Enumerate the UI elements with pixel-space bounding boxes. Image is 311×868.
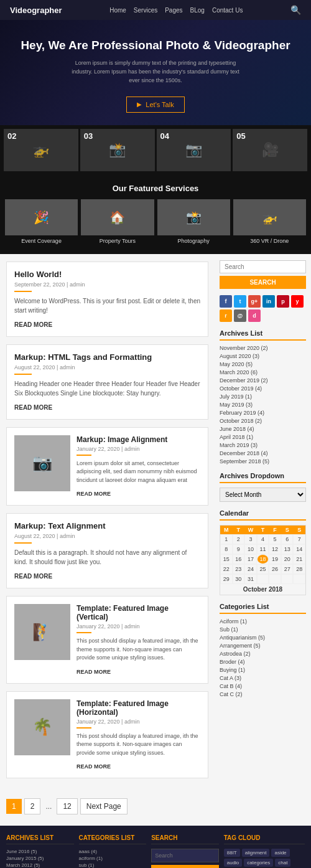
archives-dropdown-select[interactable]: Select Month bbox=[220, 488, 306, 502]
calendar-day-cell[interactable]: 27 bbox=[281, 564, 294, 574]
calendar-day-cell[interactable]: 21 bbox=[293, 554, 305, 564]
archive-item[interactable]: May 2020 (5) bbox=[220, 361, 306, 367]
page-last-button[interactable]: 12 bbox=[57, 798, 77, 814]
tag-item[interactable]: aside bbox=[271, 849, 289, 857]
read-more-link[interactable]: READ MORE bbox=[14, 404, 52, 411]
portfolio-item[interactable]: 04 📷 bbox=[157, 129, 231, 171]
category-item[interactable]: Arrangement (5) bbox=[220, 643, 306, 649]
category-item[interactable]: Astrodea (2) bbox=[220, 651, 306, 657]
category-item[interactable]: Buying (1) bbox=[220, 667, 306, 673]
page-1-button[interactable]: 1 bbox=[6, 799, 22, 814]
calendar-day-cell[interactable]: 19 bbox=[269, 554, 281, 564]
calendar-day-cell[interactable]: 10 bbox=[244, 544, 257, 554]
calendar-day-cell[interactable]: 15 bbox=[220, 554, 233, 564]
category-item[interactable]: Broder (4) bbox=[220, 659, 306, 665]
service-item[interactable]: 🚁 360 VR / Drone bbox=[233, 199, 306, 244]
archive-item[interactable]: December 2019 (2) bbox=[220, 377, 306, 384]
youtube-icon[interactable]: y bbox=[291, 295, 304, 308]
pinterest-icon[interactable]: p bbox=[277, 295, 289, 308]
archive-item[interactable]: November 2020 (2) bbox=[220, 345, 306, 351]
read-more-link[interactable]: READ MORE bbox=[77, 763, 111, 770]
calendar-day-cell[interactable]: 12 bbox=[269, 544, 281, 554]
footer-category-link[interactable]: aciform (1) bbox=[79, 856, 147, 861]
calendar-day-cell[interactable]: 22 bbox=[220, 564, 233, 574]
portfolio-item[interactable]: 03 📸 bbox=[80, 129, 155, 171]
archive-item[interactable]: June 2018 (4) bbox=[220, 426, 306, 432]
calendar-day-cell[interactable]: 16 bbox=[233, 554, 245, 564]
nav-link[interactable]: Home bbox=[109, 7, 126, 14]
category-item[interactable]: Sub (1) bbox=[220, 626, 306, 633]
portfolio-item[interactable]: 02 🚁 bbox=[4, 129, 78, 171]
calendar-day-cell[interactable]: 24 bbox=[244, 564, 257, 574]
calendar-day-cell[interactable]: 26 bbox=[269, 564, 281, 574]
calendar-day-cell[interactable]: 2 bbox=[233, 534, 245, 544]
service-item[interactable]: 🎉 Event Coverage bbox=[5, 199, 78, 244]
category-item[interactable]: Cat B (4) bbox=[220, 683, 306, 689]
archive-item[interactable]: May 2019 (3) bbox=[220, 402, 306, 408]
archive-item[interactable]: December 2018 (4) bbox=[220, 450, 306, 456]
tag-item[interactable]: chat bbox=[275, 859, 290, 867]
tag-item[interactable]: categories bbox=[244, 859, 273, 867]
calendar-day-cell[interactable]: 8 bbox=[220, 544, 233, 554]
facebook-icon[interactable]: f bbox=[220, 295, 232, 308]
calendar-day-cell[interactable]: 7 bbox=[293, 534, 305, 544]
calendar-day-cell[interactable]: 18 bbox=[257, 554, 269, 564]
archive-item[interactable]: April 2018 (1) bbox=[220, 434, 306, 440]
footer-search-button[interactable]: SEARCH bbox=[151, 865, 219, 868]
sidebar-search-button[interactable]: SEARCH bbox=[220, 276, 306, 289]
calendar-day-cell[interactable]: 25 bbox=[257, 564, 269, 574]
calendar-day-cell[interactable]: 13 bbox=[281, 544, 294, 554]
read-more-link[interactable]: READ MORE bbox=[14, 573, 52, 580]
email-icon[interactable]: @ bbox=[234, 309, 246, 322]
footer-archive-link[interactable]: January 2015 (5) bbox=[6, 856, 74, 861]
calendar-day-cell[interactable]: 1 bbox=[220, 534, 233, 544]
footer-search-input[interactable] bbox=[151, 849, 219, 862]
calendar-day-cell[interactable]: 17 bbox=[244, 554, 257, 564]
linkedin-icon[interactable]: in bbox=[262, 295, 275, 308]
hero-cta-button[interactable]: ▶ Let's Talk bbox=[126, 97, 184, 113]
calendar-day-cell[interactable]: 23 bbox=[233, 564, 245, 574]
tag-item[interactable]: 88IT bbox=[224, 849, 240, 857]
nav-link[interactable]: Services bbox=[134, 7, 157, 14]
sidebar-search-input[interactable] bbox=[220, 260, 306, 273]
service-item[interactable]: 🏠 Property Tours bbox=[81, 199, 154, 244]
calendar-day-cell[interactable]: 5 bbox=[269, 534, 281, 544]
portfolio-item[interactable]: 05 🎥 bbox=[233, 129, 307, 171]
calendar-day-cell[interactable]: 3 bbox=[244, 534, 257, 544]
footer-category-link[interactable]: aaas (4) bbox=[79, 849, 147, 854]
calendar-day-cell[interactable]: 28 bbox=[293, 564, 305, 574]
archive-item[interactable]: March 2020 (6) bbox=[220, 369, 306, 375]
read-more-link[interactable]: READ MORE bbox=[14, 321, 52, 328]
calendar-day-cell[interactable]: 6 bbox=[281, 534, 294, 544]
archive-item[interactable]: October 2018 (2) bbox=[220, 418, 306, 424]
search-icon[interactable]: 🔍 bbox=[290, 5, 301, 15]
archive-item[interactable]: February 2019 (4) bbox=[220, 410, 306, 416]
category-item[interactable]: Cat C (2) bbox=[220, 691, 306, 697]
category-item[interactable]: Aciform (1) bbox=[220, 618, 306, 625]
nav-link[interactable]: Pages bbox=[165, 7, 182, 14]
page-2-button[interactable]: 2 bbox=[24, 798, 41, 814]
twitter-icon[interactable]: t bbox=[234, 295, 246, 308]
nav-link[interactable]: BLog bbox=[190, 7, 205, 14]
read-more-link[interactable]: READ MORE bbox=[77, 669, 111, 675]
calendar-day-cell[interactable]: 29 bbox=[220, 574, 233, 584]
calendar-day-cell[interactable]: 11 bbox=[257, 544, 269, 554]
service-item[interactable]: 📸 Photography bbox=[157, 199, 230, 244]
calendar-day-cell[interactable]: 20 bbox=[281, 554, 294, 564]
category-item[interactable]: Cat A (3) bbox=[220, 675, 306, 681]
page-next-button[interactable]: Next Page bbox=[80, 798, 128, 814]
archive-item[interactable]: March 2019 (3) bbox=[220, 442, 306, 448]
rss-icon[interactable]: r bbox=[220, 309, 232, 322]
calendar-day-cell[interactable]: 14 bbox=[293, 544, 305, 554]
archive-item[interactable]: August 2020 (3) bbox=[220, 353, 306, 359]
read-more-link[interactable]: READ MORE bbox=[77, 491, 111, 497]
google-plus-icon[interactable]: g+ bbox=[248, 295, 261, 308]
footer-archive-link[interactable]: March 2012 (5) bbox=[6, 862, 74, 868]
category-item[interactable]: Antiquarianism (5) bbox=[220, 634, 306, 641]
tag-item[interactable]: alignment bbox=[242, 849, 270, 857]
calendar-day-cell[interactable]: 9 bbox=[233, 544, 245, 554]
calendar-day-cell[interactable]: 31 bbox=[244, 574, 257, 584]
archive-item[interactable]: September 2018 (5) bbox=[220, 458, 306, 465]
archive-item[interactable]: October 2019 (4) bbox=[220, 385, 306, 392]
tag-item[interactable]: audio bbox=[224, 859, 243, 867]
